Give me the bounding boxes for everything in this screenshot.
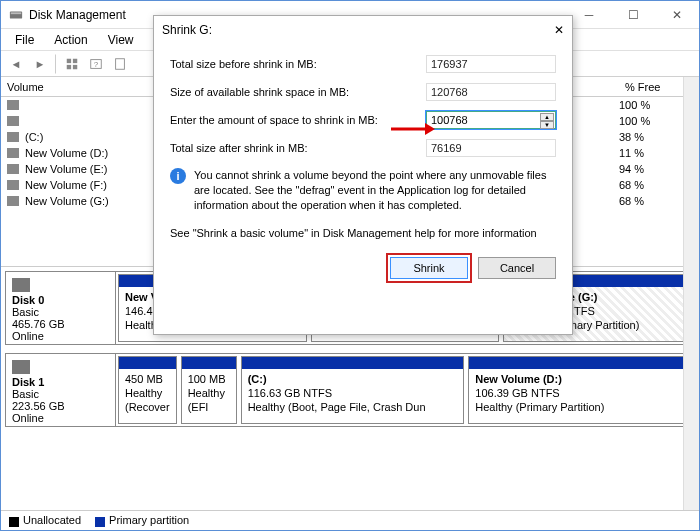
legend: Unallocated Primary partition [1, 510, 699, 530]
svg-marker-10 [425, 123, 435, 135]
disk-icon [12, 360, 30, 374]
refresh-button[interactable] [61, 54, 83, 74]
help-text: See "Shrink a basic volume" in Disk Mana… [170, 227, 556, 239]
close-button[interactable]: ✕ [655, 1, 699, 28]
partition[interactable]: New Volume (D:)106.39 GB NTFSHealthy (Pr… [468, 356, 692, 424]
legend-swatch-unallocated [9, 517, 19, 527]
available-space-value: 120768 [426, 83, 556, 101]
svg-rect-5 [73, 64, 77, 68]
dialog-close-button[interactable]: ✕ [554, 23, 564, 37]
back-button[interactable]: ◄ [5, 54, 27, 74]
total-before-value: 176937 [426, 55, 556, 73]
svg-rect-2 [67, 58, 71, 62]
spinner-down[interactable]: ▼ [540, 121, 554, 129]
total-before-label: Total size before shrink in MB: [170, 58, 426, 70]
partition[interactable]: 450 MBHealthy (Recover [118, 356, 177, 424]
menu-view[interactable]: View [98, 31, 144, 49]
volume-icon [7, 148, 19, 158]
legend-swatch-primary [95, 517, 105, 527]
partition[interactable]: (C:)116.63 GB NTFSHealthy (Boot, Page Fi… [241, 356, 465, 424]
help-button[interactable]: ? [85, 54, 107, 74]
info-text: You cannot shrink a volume beyond the po… [194, 168, 556, 213]
svg-text:?: ? [94, 59, 99, 68]
enter-amount-label: Enter the amount of space to shrink in M… [170, 114, 426, 126]
column-volume[interactable]: Volume [1, 79, 161, 95]
volume-icon [7, 196, 19, 206]
info-icon: i [170, 168, 186, 184]
maximize-button[interactable]: ☐ [611, 1, 655, 28]
menu-file[interactable]: File [5, 31, 44, 49]
dialog-titlebar: Shrink G: ✕ [154, 16, 572, 44]
menu-action[interactable]: Action [44, 31, 97, 49]
svg-rect-8 [116, 58, 125, 69]
total-after-value: 76169 [426, 139, 556, 157]
dialog-title: Shrink G: [162, 23, 554, 37]
legend-unallocated: Unallocated [23, 514, 81, 526]
shrink-button[interactable]: Shrink [390, 257, 468, 279]
total-after-label: Total size after shrink in MB: [170, 142, 426, 154]
disk-icon [12, 278, 30, 292]
volume-icon [7, 116, 19, 126]
cancel-button[interactable]: Cancel [478, 257, 556, 279]
spinner-up[interactable]: ▲ [540, 113, 554, 121]
scrollbar[interactable] [683, 77, 699, 510]
volume-icon [7, 180, 19, 190]
svg-rect-3 [73, 58, 77, 62]
svg-rect-1 [11, 12, 22, 14]
svg-rect-4 [67, 64, 71, 68]
partition[interactable]: 100 MBHealthy (EFI [181, 356, 237, 424]
volume-icon [7, 164, 19, 174]
volume-icon [7, 100, 19, 110]
volume-icon [7, 132, 19, 142]
app-icon [9, 8, 23, 22]
forward-button[interactable]: ► [29, 54, 51, 74]
minimize-button[interactable]: ─ [567, 1, 611, 28]
shrink-amount-input[interactable]: 100768 ▲▼ [426, 111, 556, 129]
shrink-dialog: Shrink G: ✕ Total size before shrink in … [153, 15, 573, 335]
disk-management-window: Disk Management ─ ☐ ✕ File Action View ◄… [0, 0, 700, 531]
disk-label: Disk 0Basic465.76 GBOnline [6, 272, 116, 344]
toolbar-separator [55, 54, 57, 74]
disk-row: Disk 1Basic223.56 GBOnline450 MBHealthy … [5, 353, 695, 427]
available-space-label: Size of available shrink space in MB: [170, 86, 426, 98]
annotation-arrow [391, 121, 435, 139]
disk-label: Disk 1Basic223.56 GBOnline [6, 354, 116, 426]
properties-button[interactable] [109, 54, 131, 74]
legend-primary: Primary partition [109, 514, 189, 526]
